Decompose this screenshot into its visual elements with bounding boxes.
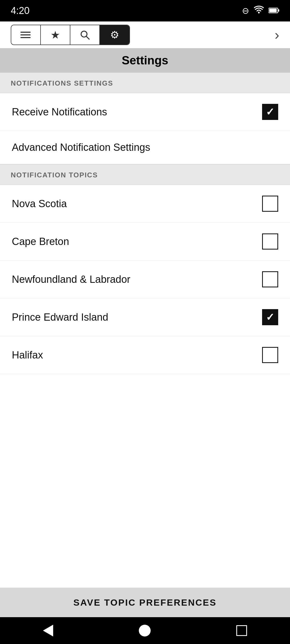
halifax-row[interactable]: Halifax <box>0 336 290 374</box>
status-icons: ⊖ <box>242 6 279 16</box>
prince-edward-island-label: Prince Edward Island <box>12 312 108 323</box>
toolbar: ★ ⚙ › <box>0 21 290 48</box>
halifax-label: Halifax <box>12 349 43 361</box>
recents-icon <box>236 625 247 636</box>
svg-point-7 <box>20 32 21 33</box>
prince-edward-island-checkbox[interactable] <box>262 309 278 325</box>
do-not-disturb-icon: ⊖ <box>242 6 249 16</box>
content: NOTIFICATIONS SETTINGS Receive Notificat… <box>0 72 290 617</box>
save-topic-preferences-button[interactable]: SAVE TOPIC PREFERENCES <box>0 588 290 617</box>
newfoundland-labrador-row[interactable]: Newfoundland & Labrador <box>0 261 290 298</box>
list-button[interactable] <box>11 25 41 45</box>
svg-rect-2 <box>278 9 279 12</box>
chevron-right-icon: › <box>275 27 279 43</box>
home-icon <box>139 625 151 636</box>
prince-edward-island-row[interactable]: Prince Edward Island <box>0 298 290 336</box>
advanced-notification-settings-label: Advanced Notification Settings <box>12 142 150 153</box>
notification-topics-header: NOTIFICATION TOPICS <box>0 164 290 185</box>
status-time: 4:20 <box>11 5 30 16</box>
nova-scotia-label: Nova Scotia <box>12 198 67 210</box>
notifications-settings-header: NOTIFICATIONS SETTINGS <box>0 72 290 93</box>
page-title: Settings <box>122 54 168 67</box>
svg-point-8 <box>20 34 21 35</box>
svg-point-10 <box>81 31 87 37</box>
svg-line-11 <box>86 36 89 39</box>
content-spacer <box>0 374 290 588</box>
notification-topics-label: NOTIFICATION TOPICS <box>11 171 98 179</box>
home-button[interactable] <box>139 625 151 636</box>
toolbar-button-group: ★ ⚙ <box>11 25 130 45</box>
star-icon: ★ <box>50 29 60 41</box>
wifi-icon <box>254 6 264 16</box>
save-button-label: SAVE TOPIC PREFERENCES <box>73 597 216 608</box>
battery-icon <box>269 6 279 16</box>
advanced-notification-settings-row[interactable]: Advanced Notification Settings <box>0 131 290 164</box>
back-icon <box>43 625 53 636</box>
nova-scotia-checkbox[interactable] <box>262 196 278 212</box>
cape-breton-row[interactable]: Cape Breton <box>0 223 290 261</box>
search-button[interactable] <box>70 25 100 45</box>
favorites-button[interactable]: ★ <box>41 25 70 45</box>
receive-notifications-label: Receive Notifications <box>12 106 107 118</box>
cape-breton-checkbox[interactable] <box>262 233 278 250</box>
status-bar: 4:20 ⊖ <box>0 0 290 21</box>
recents-button[interactable] <box>236 625 247 636</box>
newfoundland-labrador-label: Newfoundland & Labrador <box>12 274 130 285</box>
settings-button[interactable]: ⚙ <box>100 25 129 45</box>
svg-rect-3 <box>269 9 277 12</box>
receive-notifications-checkbox[interactable] <box>262 104 278 120</box>
nova-scotia-row[interactable]: Nova Scotia <box>0 185 290 223</box>
newfoundland-labrador-checkbox[interactable] <box>262 271 278 287</box>
svg-point-0 <box>258 12 260 13</box>
page-title-bar: Settings <box>0 48 290 72</box>
next-button[interactable]: › <box>275 27 279 43</box>
bottom-nav-bar <box>0 617 290 644</box>
gear-icon: ⚙ <box>110 29 119 41</box>
halifax-checkbox[interactable] <box>262 347 278 363</box>
cape-breton-label: Cape Breton <box>12 236 69 247</box>
receive-notifications-row[interactable]: Receive Notifications <box>0 93 290 131</box>
notifications-settings-label: NOTIFICATIONS SETTINGS <box>11 79 113 87</box>
svg-point-9 <box>20 37 21 38</box>
back-button[interactable] <box>43 625 53 636</box>
